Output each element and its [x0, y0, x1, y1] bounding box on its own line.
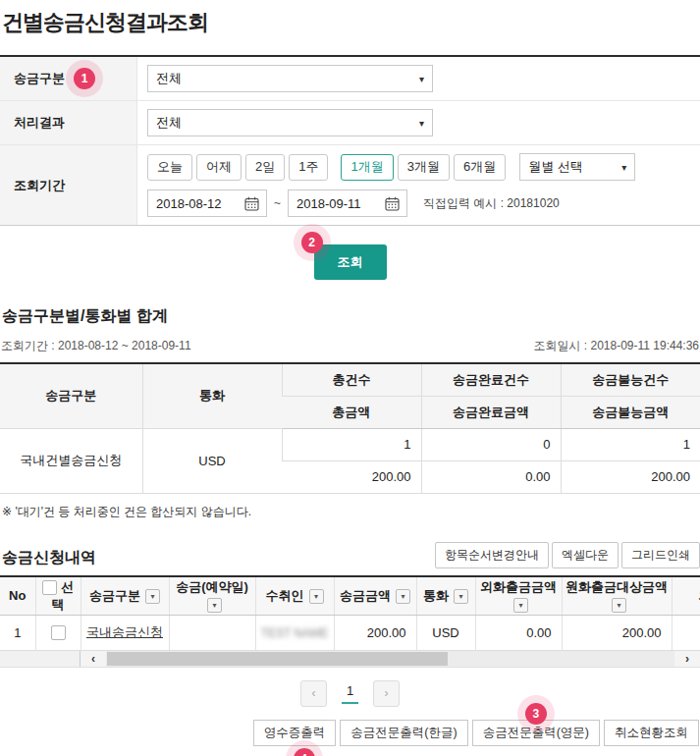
- detail-header-amount: 송금금액▾: [334, 577, 416, 616]
- pagination: ‹ 1 ›: [0, 680, 700, 707]
- summary-section-title: 송금구분별/통화별 합계: [2, 306, 700, 327]
- chevron-down-icon: ▾: [621, 162, 626, 173]
- search-button[interactable]: 조회: [314, 244, 387, 280]
- detail-header-no: No: [0, 577, 35, 616]
- calendar-icon[interactable]: [244, 196, 259, 211]
- detail-header-currency-label: 통화: [423, 588, 449, 603]
- summary-header-amt-fail: 송금불능금액: [561, 396, 700, 428]
- date-input-hint: 직접입력 예시 : 20181020: [423, 195, 560, 212]
- scroll-left-arrow-icon[interactable]: ‹: [81, 651, 106, 667]
- remit-message-print-english-area: 3 송금전문출력(영문): [472, 720, 600, 746]
- result-label-cell: 처리결과: [0, 101, 137, 144]
- detail-cell-reserve-date: [169, 615, 255, 650]
- row-checkbox[interactable]: [51, 625, 66, 640]
- summary-header-count-done: 송금완료건수: [421, 363, 561, 396]
- detail-header-date-label: 송금(예약일): [176, 579, 248, 594]
- horizontal-scrollbar: ‹ ›: [0, 651, 700, 668]
- detail-header-date: 송금(예약일)▾: [169, 577, 255, 616]
- remit-type-label: 송금구분: [14, 70, 65, 87]
- column-order-guide-button[interactable]: 항목순서변경안내: [435, 542, 549, 568]
- summary-period-text: 조회기간 : 2018-08-12 ~ 2018-09-11: [1, 338, 191, 354]
- filter-dropdown-icon[interactable]: ▾: [145, 589, 160, 604]
- filter-dropdown-icon[interactable]: ▾: [513, 598, 528, 613]
- detail-header-recipient: 수취인▾: [255, 577, 334, 616]
- detail-cell-fx-amount: 0.00: [475, 615, 562, 650]
- detail-header-currency: 통화▾: [416, 577, 475, 616]
- detail-section-title: 송금신청내역: [2, 548, 96, 568]
- summary-query-time: 조회일시 : 2018-09-11 19:44:36: [533, 338, 699, 354]
- summary-cell-amt-fail: 200.00: [561, 460, 700, 493]
- detail-cell-amount: 200.00: [334, 615, 416, 650]
- detail-header-type: 송금구분▾: [81, 577, 169, 616]
- page: 건별송금신청결과조회 송금구분 1 전체 ▾ 처리결과 전체 ▾: [0, 0, 700, 756]
- cancel-status-inquiry-button[interactable]: 취소현황조회: [604, 720, 699, 746]
- scroll-right-arrow-icon[interactable]: ›: [674, 651, 700, 667]
- search-filter-form: 송금구분 1 전체 ▾ 처리결과 전체 ▾ 조회: [0, 55, 700, 226]
- detail-section-header: 송금신청내역 항목순서변경안내 엑셀다운 그리드인쇄: [0, 542, 700, 568]
- summary-cell-count-total: 1: [282, 428, 421, 460]
- scrollbar-thumb[interactable]: [107, 652, 448, 666]
- remit-message-print-korean-button[interactable]: 송금전문출력(한글): [340, 720, 467, 746]
- summary-header-amt-total: 총금액: [282, 396, 421, 428]
- period-button-today[interactable]: 오늘: [147, 154, 192, 181]
- print-actions-row: 영수증출력 송금전문출력(한글) 3 송금전문출력(영문) 취소현황조회: [0, 720, 700, 746]
- detail-toolbar: 항목순서변경안내 엑셀다운 그리드인쇄: [435, 542, 700, 568]
- date-range-separator: ~: [274, 196, 281, 210]
- detail-header-krw-amount-label: 원화출금대상금액: [565, 579, 668, 594]
- page-next-button[interactable]: ›: [373, 680, 400, 707]
- receipt-print-button[interactable]: 영수증출력: [253, 720, 337, 746]
- filter-dropdown-icon[interactable]: ▾: [207, 598, 222, 613]
- chevron-down-icon: ▾: [419, 118, 424, 129]
- calendar-icon[interactable]: [385, 196, 400, 211]
- summary-header-currency: 통화: [142, 363, 282, 428]
- detail-cell-currency: USD: [416, 615, 475, 650]
- period-button-2days[interactable]: 2일: [245, 154, 285, 181]
- summary-cell-amt-done: 0.00: [421, 460, 561, 493]
- scrollbar-track[interactable]: [106, 651, 674, 667]
- detail-header-fx-amount-label: 외화출금금액: [480, 579, 557, 594]
- filter-dropdown-icon[interactable]: ▾: [612, 598, 626, 613]
- filter-dropdown-icon[interactable]: ▾: [309, 589, 324, 604]
- period-button-yesterday[interactable]: 어제: [196, 154, 242, 181]
- detail-header-type-label: 송금구분: [89, 588, 140, 603]
- period-button-6months[interactable]: 6개월: [454, 154, 506, 181]
- date-to-input[interactable]: 2018-09-11: [288, 189, 407, 217]
- summary-header-amt-done: 송금완료금액: [421, 396, 561, 428]
- period-button-1month[interactable]: 1개월: [341, 154, 393, 181]
- table-row: 1 국내송금신청 TEST NAME 200.00 USD 0.00 200.0…: [0, 615, 700, 650]
- period-button-3months[interactable]: 3개월: [398, 154, 450, 181]
- summary-cell-count-fail: 1: [561, 428, 700, 460]
- summary-cell-type: 국내건별송금신청: [0, 428, 142, 493]
- remit-type-label-cell: 송금구분 1: [0, 57, 137, 100]
- filter-row-result: 처리결과 전체 ▾: [0, 101, 700, 145]
- summary-data-row-counts: 국내건별송금신청 USD 1 0 1: [0, 428, 700, 460]
- filter-dropdown-icon[interactable]: ▾: [396, 589, 410, 604]
- remit-type-select[interactable]: 전체 ▾: [147, 65, 433, 92]
- select-all-checkbox[interactable]: [42, 580, 57, 595]
- detail-cell-krw-amount: 200.00: [562, 615, 672, 650]
- period-button-1week[interactable]: 1주: [289, 154, 328, 181]
- result-label: 처리결과: [14, 114, 65, 132]
- summary-header-row-1: 송금구분 통화 총건수 송금완료건수 송금불능건수: [0, 363, 700, 396]
- chevron-down-icon: ▾: [419, 74, 424, 84]
- detail-header-row: No 선택 송금구분▾ 송금(예약일)▾ 수취인▾ 송금금액▾ 통화▾ 외화출금…: [0, 577, 700, 616]
- remit-detail-link[interactable]: 국내송금신청: [86, 624, 163, 639]
- detail-header-recipient-label: 수취인: [266, 588, 304, 603]
- grid-print-button[interactable]: 그리드인쇄: [621, 542, 700, 568]
- page-number-current[interactable]: 1: [342, 683, 358, 704]
- recipient-name-redacted: TEST NAME: [261, 626, 328, 640]
- filter-dropdown-icon[interactable]: ▾: [454, 589, 468, 604]
- date-range-line: 2018-08-12 ~ 2018-09-11 직접입력 예시 : 201810…: [147, 189, 700, 217]
- period-label-cell: 조회기간: [0, 145, 137, 225]
- result-select[interactable]: 전체 ▾: [147, 109, 433, 136]
- month-select[interactable]: 월별 선택 ▾: [519, 153, 635, 181]
- detail-header-fx-amount: 외화출금금액▾: [475, 577, 562, 616]
- excel-download-button[interactable]: 엑셀다운: [552, 542, 619, 568]
- date-from-input[interactable]: 2018-08-12: [147, 189, 267, 217]
- page-prev-button[interactable]: ‹: [300, 680, 327, 707]
- detail-header-krw-amount: 원화출금대상금액▾: [562, 577, 672, 616]
- summary-cell-count-done: 0: [421, 428, 561, 460]
- detail-cell-recipient: TEST NAME: [255, 615, 334, 650]
- summary-header-count-fail: 송금불능건수: [561, 363, 700, 396]
- summary-note: ※ '대기'건 등 처리중인 건은 합산되지 않습니다.: [2, 504, 700, 520]
